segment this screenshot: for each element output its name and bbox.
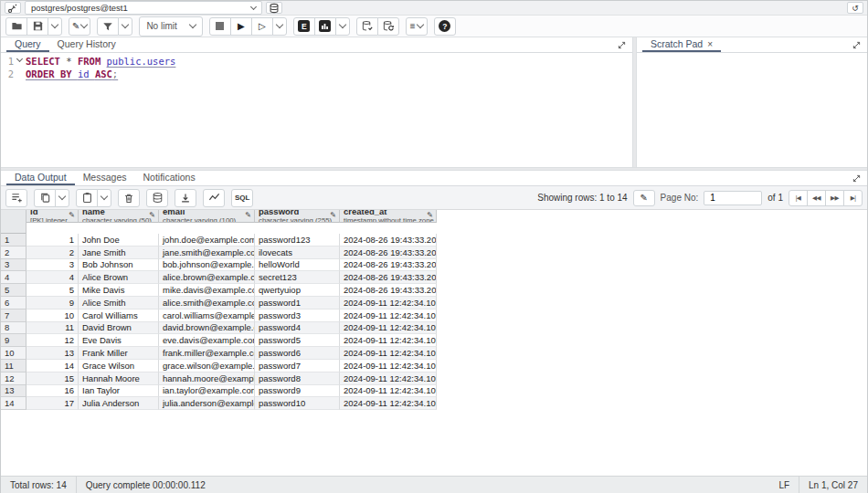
- stop-button[interactable]: [209, 17, 231, 36]
- fold-toggle-icon[interactable]: [14, 56, 26, 61]
- grid-cell-created_at[interactable]: 2024-09-11 12:42:34.109114: [340, 309, 437, 322]
- filter-button[interactable]: [97, 17, 119, 36]
- row-number-cell[interactable]: 2: [1, 246, 26, 259]
- grid-cell-id[interactable]: 12: [26, 334, 79, 347]
- grid-cell-email[interactable]: grace.wilson@example.com: [159, 360, 255, 372]
- column-header-id[interactable]: id[PK] integer✎: [26, 210, 79, 223]
- grid-cell-email[interactable]: frank.miller@example.com: [159, 347, 255, 360]
- column-header-name[interactable]: namecharacter varying (50)✎: [79, 210, 159, 223]
- sql-editor[interactable]: 1SELECT * FROM public.users2ORDER BY id …: [1, 53, 632, 167]
- grid-cell-created_at[interactable]: 2024-09-11 12:42:34.109114: [340, 360, 437, 372]
- tab-notifications[interactable]: Notifications: [134, 171, 203, 185]
- grid-cell-created_at[interactable]: 2024-09-11 12:42:34.109114: [340, 334, 437, 347]
- grid-cell-name[interactable]: Grace Wilson: [79, 360, 159, 372]
- pencil-icon[interactable]: ✎: [330, 211, 336, 219]
- graph-visualiser-button[interactable]: [203, 189, 225, 207]
- grid-cell-password[interactable]: password4: [255, 322, 340, 335]
- prev-page-button[interactable]: ◀◀: [807, 190, 826, 206]
- help-button[interactable]: ?: [434, 17, 456, 36]
- grid-cell-email[interactable]: alice.brown@example.com: [159, 271, 255, 284]
- grid-cell-name[interactable]: David Brown: [79, 322, 159, 335]
- grid-cell-email[interactable]: hannah.moore@example.com: [159, 372, 255, 385]
- pencil-icon[interactable]: ✎: [427, 211, 433, 219]
- grid-cell-id[interactable]: 14: [26, 360, 79, 372]
- reset-layout-button[interactable]: ↺: [847, 2, 863, 14]
- column-header-email[interactable]: emailcharacter varying (100)✎: [159, 210, 255, 223]
- delete-row-button[interactable]: [118, 189, 140, 207]
- last-page-button[interactable]: ▶|: [843, 190, 863, 206]
- column-header-password[interactable]: passwordcharacter varying (255)✎: [255, 210, 340, 223]
- paste-options-button[interactable]: [97, 189, 111, 207]
- open-file-button[interactable]: [5, 17, 27, 36]
- grid-cell-name[interactable]: Alice Smith: [79, 297, 159, 309]
- grid-cell-password[interactable]: helloWorld: [255, 259, 340, 272]
- grid-cell-id[interactable]: 3: [26, 259, 79, 272]
- grid-cell-id[interactable]: 16: [26, 385, 79, 398]
- grid-cell-id[interactable]: 2: [26, 246, 79, 259]
- tab-data-output[interactable]: Data Output: [6, 171, 75, 185]
- grid-cell-created_at[interactable]: 2024-09-11 12:42:34.109114: [340, 322, 437, 335]
- grid-cell-email[interactable]: jane.smith@example.com: [159, 246, 255, 259]
- grid-cell-email[interactable]: david.brown@example.com: [159, 322, 255, 335]
- connection-status-icon[interactable]: [5, 2, 21, 14]
- grid-cell-name[interactable]: Ian Taylor: [79, 385, 159, 398]
- grid-cell-password[interactable]: password6: [255, 347, 340, 360]
- grid-cell-created_at[interactable]: 2024-09-11 12:42:34.109114: [340, 372, 437, 385]
- page-number-input[interactable]: [704, 191, 762, 205]
- grid-cell-created_at[interactable]: 2024-08-26 19:43:33.204646: [340, 284, 437, 297]
- close-icon[interactable]: ×: [707, 39, 713, 49]
- grid-cell-password[interactable]: password8: [255, 372, 340, 385]
- grid-cell-created_at[interactable]: 2024-08-26 19:43:33.204646: [340, 246, 437, 259]
- grid-cell-email[interactable]: ian.taylor@example.com: [159, 385, 255, 398]
- grid-cell-created_at[interactable]: 2024-08-26 19:43:33.204646: [340, 234, 437, 246]
- grid-cell-email[interactable]: julia.anderson@example.com: [159, 397, 255, 410]
- paste-button[interactable]: [76, 189, 98, 207]
- tab-messages[interactable]: Messages: [75, 171, 135, 185]
- grid-cell-created_at[interactable]: 2024-08-26 19:43:33.204646: [340, 271, 437, 284]
- grid-cell-name[interactable]: Eve Davis: [79, 334, 159, 347]
- row-number-cell[interactable]: 8: [1, 322, 26, 335]
- grid-cell-id[interactable]: 11: [26, 322, 79, 335]
- grid-cell-name[interactable]: Hannah Moore: [79, 372, 159, 385]
- copy-button[interactable]: [34, 189, 56, 207]
- scratch-expand-button[interactable]: [850, 39, 863, 51]
- grid-cell-password[interactable]: password5: [255, 334, 340, 347]
- grid-cell-created_at[interactable]: 2024-09-11 12:42:34.109114: [340, 385, 437, 398]
- grid-cell-name[interactable]: Julia Anderson: [79, 397, 159, 410]
- add-row-button[interactable]: [5, 189, 27, 207]
- grid-cell-email[interactable]: carol.williams@example.com: [159, 309, 255, 322]
- next-page-button[interactable]: ▶▶: [825, 190, 844, 206]
- edit-rows-button[interactable]: ✎: [633, 190, 655, 206]
- edit-button[interactable]: ✎: [69, 17, 90, 36]
- grid-cell-password[interactable]: password3: [255, 309, 340, 322]
- grid-cell-email[interactable]: mike.davis@example.com: [159, 284, 255, 297]
- grid-cell-created_at[interactable]: 2024-08-26 19:43:33.204646: [340, 259, 437, 272]
- explain-button[interactable]: E: [293, 17, 315, 36]
- row-number-cell[interactable]: 4: [1, 271, 26, 284]
- execute-button[interactable]: ▶: [230, 17, 252, 36]
- rollback-button[interactable]: [377, 17, 399, 36]
- sql-button[interactable]: SQL: [231, 189, 253, 207]
- output-expand-button[interactable]: [850, 173, 863, 184]
- grid-cell-name[interactable]: Frank Miller: [79, 347, 159, 360]
- grid-cell-email[interactable]: alice.smith@example.com: [159, 297, 255, 309]
- grid-cell-id[interactable]: 13: [26, 347, 79, 360]
- commit-button[interactable]: [356, 17, 378, 36]
- grid-cell-password[interactable]: ilovecats: [255, 246, 340, 259]
- macros-button[interactable]: ≡: [406, 17, 428, 36]
- grid-cell-name[interactable]: Alice Brown: [79, 271, 159, 284]
- grid-cell-email[interactable]: bob.johnson@example.com: [159, 259, 255, 272]
- grid-cell-email[interactable]: eve.davis@example.com: [159, 334, 255, 347]
- row-number-cell[interactable]: 7: [1, 309, 26, 322]
- grid-cell-password[interactable]: password1: [255, 297, 340, 309]
- grid-cell-password[interactable]: password9: [255, 385, 340, 398]
- explain-options-button[interactable]: [335, 17, 350, 36]
- pencil-icon[interactable]: ✎: [69, 211, 75, 219]
- grid-cell-email[interactable]: john.doe@example.com: [159, 234, 255, 246]
- save-options-button[interactable]: [48, 17, 62, 36]
- grid-cell-id[interactable]: 17: [26, 397, 79, 410]
- column-header-created_at[interactable]: created_attimestamp without time zone✎: [340, 210, 437, 223]
- row-number-cell[interactable]: 3: [1, 259, 26, 272]
- execute-options-button[interactable]: [272, 17, 287, 36]
- new-connection-button[interactable]: [266, 2, 282, 14]
